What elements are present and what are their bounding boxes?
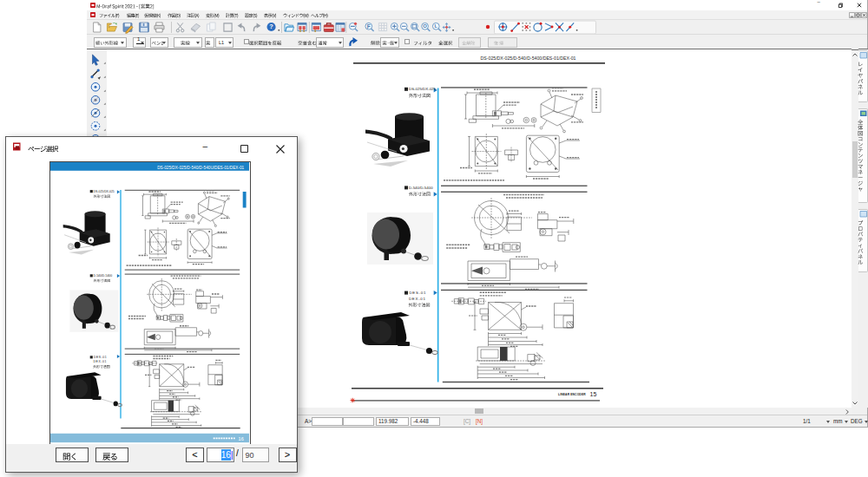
svg-text:DS-025/DX-025: DS-025/DX-025 <box>94 190 115 193</box>
svg-text:DES-01: DES-01 <box>94 356 107 359</box>
svg-text:DEX-01: DEX-01 <box>94 360 107 363</box>
svg-text:D-540/D-5400: D-540/D-5400 <box>409 186 433 190</box>
svg-text:LINEAR ENCODER: LINEAR ENCODER <box>558 393 586 396</box>
svg-text:DES-01: DES-01 <box>410 291 427 295</box>
svg-text:O: O <box>423 23 427 29</box>
svg-text:15: 15 <box>590 391 597 397</box>
svg-text:L: L <box>434 23 437 29</box>
svg-text:?: ? <box>269 23 273 30</box>
svg-text:DS-025/DX-025: DS-025/DX-025 <box>409 87 437 91</box>
svg-text:DS-025/DX-025/D-540/D-540U/DES: DS-025/DX-025/D-540/D-540U/DES-01/DEX-01 <box>157 166 244 170</box>
svg-text:F: F <box>367 23 371 29</box>
svg-text:16: 16 <box>239 436 244 441</box>
svg-text:DEX-01: DEX-01 <box>409 297 426 301</box>
svg-text:DS-025/DX-025/D-540/D-5400/DES: DS-025/DX-025/D-540/D-5400/DES-01/DEX-01 <box>481 56 576 61</box>
svg-text:D-540/D-5400: D-540/D-5400 <box>94 274 113 278</box>
